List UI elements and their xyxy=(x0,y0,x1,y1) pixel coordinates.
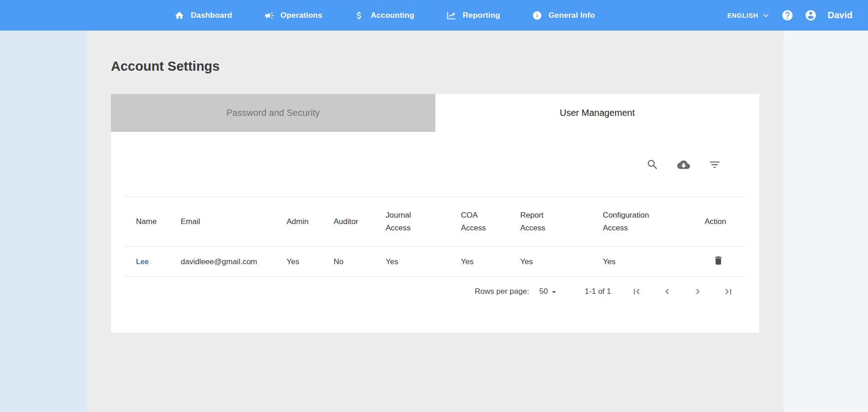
chevron-left-icon[interactable] xyxy=(662,286,673,297)
rows-per-page-select[interactable]: 50 xyxy=(539,287,559,296)
first-page-icon[interactable] xyxy=(631,286,642,297)
pagination-range: 1-1 of 1 xyxy=(585,287,611,296)
filter-icon[interactable] xyxy=(708,158,721,171)
delete-icon[interactable] xyxy=(713,255,724,266)
user-name-link[interactable]: Lee xyxy=(136,258,149,266)
tab-password-and-security[interactable]: Password and Security xyxy=(111,94,435,132)
cell-coa-access: Yes xyxy=(461,247,520,277)
col-header-email: Email xyxy=(181,215,287,228)
cell-report-access: Yes xyxy=(520,247,603,277)
cell-journal-access: Yes xyxy=(386,247,461,277)
nav-item-label: General Info xyxy=(549,11,595,20)
users-table: Name Email Admin Auditor Journal Access … xyxy=(125,197,745,277)
page-title: Account Settings xyxy=(111,59,220,74)
home-icon xyxy=(174,10,184,21)
account-icon[interactable] xyxy=(805,9,817,21)
cell-configuration-access: Yes xyxy=(603,247,705,277)
pagination: Rows per page: 50 1-1 of 1 xyxy=(475,286,734,297)
chevron-down-icon xyxy=(761,11,770,20)
tab-label: Password and Security xyxy=(226,108,320,118)
table-header-row: Name Email Admin Auditor Journal Access … xyxy=(125,197,745,247)
nav-item-label: Reporting xyxy=(463,11,500,20)
nav-item-general-info[interactable]: General Info xyxy=(532,10,595,21)
caret-down-icon xyxy=(549,287,559,296)
col-header-admin: Admin xyxy=(287,215,334,228)
rows-per-page-label: Rows per page: xyxy=(475,287,529,296)
language-label: ENGLISH xyxy=(727,12,758,19)
col-header-configuration-access: Configuration Access xyxy=(603,209,705,235)
nav-item-accounting[interactable]: Accounting xyxy=(354,10,414,21)
nav-item-dashboard[interactable]: Dashboard xyxy=(174,10,232,21)
cell-email: davidleee@gmail.com xyxy=(181,247,287,277)
main-content: Account Settings Password and Security U… xyxy=(87,31,784,412)
col-header-name: Name xyxy=(136,215,181,228)
table-row: Lee davidleee@gmail.com Yes No Yes Yes Y… xyxy=(125,247,745,277)
nav-item-reporting[interactable]: Reporting xyxy=(446,10,500,21)
left-margin-strip xyxy=(0,31,87,412)
rows-per-page-value: 50 xyxy=(539,287,548,296)
col-header-action: Action xyxy=(705,215,745,228)
nav-item-label: Accounting xyxy=(371,11,414,20)
col-header-coa-access: COA Access xyxy=(461,209,520,235)
main-nav: Dashboard Operations Accounting Reportin… xyxy=(174,10,595,21)
cell-admin: Yes xyxy=(287,247,334,277)
tab-label: User Management xyxy=(559,108,635,118)
nav-item-operations[interactable]: Operations xyxy=(264,10,323,21)
cell-auditor: No xyxy=(334,247,386,277)
nav-item-label: Dashboard xyxy=(191,11,232,20)
right-margin-strip xyxy=(784,31,868,412)
tab-bar: Password and Security User Management xyxy=(111,94,759,132)
nav-item-label: Operations xyxy=(281,11,323,20)
user-name[interactable]: David xyxy=(828,10,852,21)
search-icon[interactable] xyxy=(646,158,659,171)
tab-user-management[interactable]: User Management xyxy=(435,94,760,132)
col-header-auditor: Auditor xyxy=(334,215,386,228)
help-icon[interactable] xyxy=(781,9,794,21)
chart-icon xyxy=(446,10,456,21)
cloud-download-icon[interactable] xyxy=(677,158,690,171)
chevron-right-icon[interactable] xyxy=(692,286,703,297)
top-navbar: Dashboard Operations Accounting Reportin… xyxy=(0,0,868,31)
col-header-report-access: Report Access xyxy=(520,209,603,235)
megaphone-icon xyxy=(264,10,274,21)
last-page-icon[interactable] xyxy=(723,286,734,297)
user-management-card: Name Email Admin Auditor Journal Access … xyxy=(111,132,759,333)
col-header-journal-access: Journal Access xyxy=(386,209,461,235)
navbar-right: ENGLISH David xyxy=(727,9,868,21)
table-toolbar xyxy=(646,158,721,171)
dollar-icon xyxy=(354,10,364,21)
info-icon xyxy=(532,10,542,21)
language-selector[interactable]: ENGLISH xyxy=(727,11,770,20)
pagination-buttons xyxy=(631,286,734,297)
